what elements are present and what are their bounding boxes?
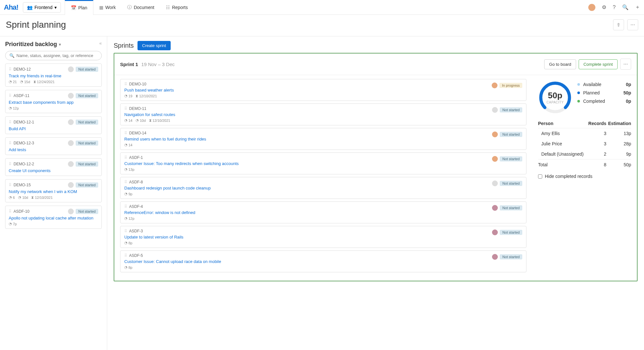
backlog-search[interactable]: 🔍 xyxy=(5,51,102,60)
tab-work[interactable]: ▦ Work xyxy=(93,0,121,15)
assignee-avatar[interactable] xyxy=(68,209,74,214)
card-title[interactable]: Track my friends in real-time xyxy=(9,73,98,78)
assignee-avatar[interactable] xyxy=(68,93,74,99)
clock-icon: ◔ xyxy=(18,195,21,199)
help-icon[interactable]: ? xyxy=(613,5,616,10)
assignee-avatar[interactable] xyxy=(492,107,498,113)
assignee-avatar[interactable] xyxy=(68,66,74,72)
search-input[interactable] xyxy=(16,53,98,58)
complete-sprint-button[interactable]: Complete sprint xyxy=(579,59,618,69)
sprint-card[interactable]: ⠿ASDF-4Not startedReferenceError: window… xyxy=(120,201,526,223)
sprint-card[interactable]: ⠿DEMO-11Not startedNavigation for safest… xyxy=(120,103,526,125)
assignee-avatar[interactable] xyxy=(68,140,74,146)
card-title[interactable]: Push based weather alerts xyxy=(124,88,522,92)
backlog-card[interactable]: ⠿DEMO-12-3Not startedAdd tests xyxy=(5,137,102,155)
tab-plan[interactable]: 📅 Plan xyxy=(65,0,93,15)
drag-handle-icon[interactable]: ⠿ xyxy=(124,253,127,258)
status-badge: Not started xyxy=(76,93,98,98)
sprint-card[interactable]: ⠿ASDF-3Not startedUpdate to latest versi… xyxy=(120,226,526,248)
card-title[interactable]: Remind users when to fuel during their r… xyxy=(124,137,522,141)
assignee-avatar[interactable] xyxy=(68,119,74,125)
card-title[interactable]: Notify my network when I win a KOM xyxy=(9,189,98,194)
drag-handle-icon[interactable]: ⠿ xyxy=(9,120,12,124)
sprint-card[interactable]: ⠿ASDF-1Not startedCustomer Issue: Too ma… xyxy=(120,152,526,174)
page-title: Sprint planning xyxy=(6,20,66,30)
drag-handle-icon[interactable]: ⠿ xyxy=(9,162,12,166)
drag-handle-icon[interactable]: ⠿ xyxy=(124,106,127,111)
drag-handle-icon[interactable]: ⠿ xyxy=(9,93,12,98)
plus-icon[interactable]: ＋ xyxy=(635,4,640,11)
tab-label: Work xyxy=(105,5,116,10)
drag-handle-icon[interactable]: ⠿ xyxy=(124,131,127,135)
card-title[interactable]: Customer Issue: Cannot upload race data … xyxy=(124,259,522,264)
card-title[interactable]: Extract base components from app xyxy=(9,100,98,105)
card-title[interactable]: Update to latest version of Rails xyxy=(124,235,522,239)
workspace-selector[interactable]: 👥 Frontend ▾ xyxy=(23,2,61,13)
assignee-avatar[interactable] xyxy=(492,83,497,88)
collapse-sidebar-button[interactable]: « xyxy=(99,41,102,46)
total-label: Total xyxy=(538,160,587,170)
assignee-avatar[interactable] xyxy=(492,205,498,211)
assignee-avatar[interactable] xyxy=(492,156,498,162)
sprint-card[interactable]: ⠿ASDF-8Not startedDashboard redesign pos… xyxy=(120,177,526,199)
go-to-board-button[interactable]: Go to board xyxy=(544,59,576,69)
sprint-more-button[interactable]: ⋯ xyxy=(620,59,631,70)
assignee-avatar[interactable] xyxy=(492,229,498,235)
backlog-card[interactable]: ⠿DEMO-15Not startedNotify my network whe… xyxy=(5,179,102,202)
card-meta: ◔8p xyxy=(124,265,522,269)
backlog-card[interactable]: ⠿ASDF-11Not startedExtract base componen… xyxy=(5,90,102,113)
more-button[interactable]: ⋯ xyxy=(627,19,638,30)
card-title[interactable]: ReferenceError: window is not defined xyxy=(124,210,522,215)
drag-handle-icon[interactable]: ⠿ xyxy=(9,67,12,72)
assignee-avatar[interactable] xyxy=(68,161,74,167)
sprint-card[interactable]: ⠿DEMO-14Not startedRemind users when to … xyxy=(120,128,526,150)
tab-reports[interactable]: ☷ Reports xyxy=(160,0,194,15)
backlog-card[interactable]: ⠿DEMO-12Not startedTrack my friends in r… xyxy=(5,63,102,87)
gear-icon[interactable]: ⚙ xyxy=(602,4,606,10)
person-row: Amy Ellis313p xyxy=(538,128,631,139)
assignee-avatar[interactable] xyxy=(492,180,498,186)
share-button[interactable]: ⇧ xyxy=(613,19,624,30)
card-title[interactable]: Navigation for safest routes xyxy=(124,112,522,117)
drag-handle-icon[interactable]: ⠿ xyxy=(9,209,12,214)
drag-handle-icon[interactable]: ⠿ xyxy=(9,141,12,145)
drag-handle-icon[interactable]: ⠿ xyxy=(124,180,127,184)
assignee-avatar[interactable] xyxy=(492,254,498,260)
backlog-title[interactable]: Prioritized backlog ▾ xyxy=(5,41,102,48)
drag-handle-icon[interactable]: ⠿ xyxy=(124,229,127,233)
person-name: Default (Unassigned) xyxy=(538,149,587,160)
drag-handle-icon[interactable]: ⠿ xyxy=(9,183,12,187)
user-avatar[interactable] xyxy=(588,4,595,11)
drag-handle-icon[interactable]: ⠿ xyxy=(124,82,127,86)
card-title[interactable]: Apollo not updating local cache after mu… xyxy=(9,216,98,220)
assignee-avatar[interactable] xyxy=(68,182,74,188)
tab-document[interactable]: ⓘ Document xyxy=(121,0,160,15)
assignee-avatar[interactable] xyxy=(492,131,498,137)
th-estimation: Estimation xyxy=(606,119,631,128)
circle-icon: ◔ xyxy=(124,167,128,171)
status-badge: In progress xyxy=(499,83,522,88)
card-title[interactable]: Create UI components xyxy=(9,168,98,173)
drag-handle-icon[interactable]: ⠿ xyxy=(124,155,127,160)
card-title[interactable]: Build API xyxy=(9,126,98,131)
sprint-card[interactable]: ⠿DEMO-10In progressPush based weather al… xyxy=(120,79,526,101)
person-row: Julie Price328p xyxy=(538,139,631,149)
sprint-card[interactable]: ⠿ASDF-5Not startedCustomer Issue: Cannot… xyxy=(120,250,526,272)
card-ref: DEMO-11 xyxy=(129,106,146,111)
backlog-card[interactable]: ⠿DEMO-12-1Not startedBuild API xyxy=(5,116,102,134)
hide-completed-checkbox[interactable] xyxy=(538,174,542,179)
card-title[interactable]: Add tests xyxy=(9,147,98,152)
search-icon: 🔍 xyxy=(9,53,14,58)
card-title[interactable]: Dashboard redesign post launch code clea… xyxy=(124,186,522,190)
backlog-card[interactable]: ⠿ASDF-10Not startedApollo not updating l… xyxy=(5,206,102,229)
hide-completed-check[interactable]: Hide completed records xyxy=(538,174,631,179)
hourglass-icon: ⧗ xyxy=(136,94,138,98)
status-badge: Not started xyxy=(500,230,522,235)
search-icon[interactable]: 🔍 xyxy=(622,4,629,10)
tab-label: Document xyxy=(134,5,154,10)
dot-icon xyxy=(577,100,580,102)
create-sprint-button[interactable]: Create sprint xyxy=(137,41,170,50)
drag-handle-icon[interactable]: ⠿ xyxy=(124,204,127,209)
card-title[interactable]: Customer Issue: Too many redirects when … xyxy=(124,161,522,166)
backlog-card[interactable]: ⠿DEMO-12-2Not startedCreate UI component… xyxy=(5,158,102,176)
